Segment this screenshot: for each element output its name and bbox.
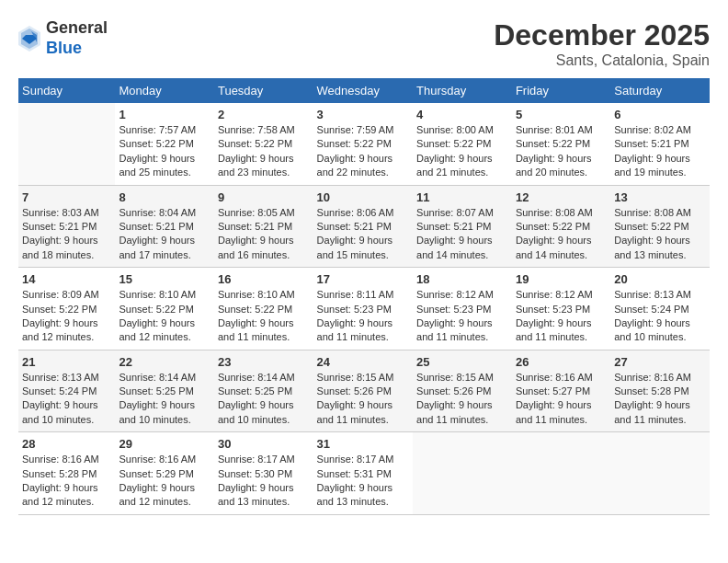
- day-number: 26: [516, 355, 607, 369]
- calendar-cell: 22Sunrise: 8:14 AM Sunset: 5:25 PM Dayli…: [115, 350, 213, 432]
- weekday-header: Thursday: [413, 78, 512, 103]
- day-info: Sunrise: 8:13 AM Sunset: 5:24 PM Dayligh…: [22, 371, 111, 428]
- day-number: 19: [516, 272, 607, 286]
- day-number: 28: [22, 437, 111, 451]
- day-info: Sunrise: 8:12 AM Sunset: 5:23 PM Dayligh…: [516, 288, 607, 345]
- calendar-body: 1Sunrise: 7:57 AM Sunset: 5:22 PM Daylig…: [18, 103, 710, 514]
- calendar-cell: 31Sunrise: 8:17 AM Sunset: 5:31 PM Dayli…: [313, 432, 413, 515]
- calendar-header-row: SundayMondayTuesdayWednesdayThursdayFrid…: [18, 78, 710, 103]
- logo: General Blue: [18, 18, 108, 58]
- calendar-cell: 3Sunrise: 7:59 AM Sunset: 5:22 PM Daylig…: [313, 103, 413, 185]
- calendar-cell: 2Sunrise: 7:58 AM Sunset: 5:22 PM Daylig…: [214, 103, 313, 185]
- day-info: Sunrise: 8:01 AM Sunset: 5:22 PM Dayligh…: [516, 123, 607, 180]
- weekday-header: Monday: [115, 78, 213, 103]
- day-info: Sunrise: 8:03 AM Sunset: 5:21 PM Dayligh…: [22, 206, 111, 263]
- day-info: Sunrise: 8:16 AM Sunset: 5:28 PM Dayligh…: [614, 371, 706, 428]
- day-info: Sunrise: 7:58 AM Sunset: 5:22 PM Dayligh…: [218, 123, 310, 180]
- calendar-cell: 5Sunrise: 8:01 AM Sunset: 5:22 PM Daylig…: [512, 103, 610, 185]
- day-info: Sunrise: 8:05 AM Sunset: 5:21 PM Dayligh…: [218, 206, 310, 263]
- day-info: Sunrise: 8:08 AM Sunset: 5:22 PM Dayligh…: [516, 206, 607, 263]
- calendar-cell: 16Sunrise: 8:10 AM Sunset: 5:22 PM Dayli…: [214, 268, 313, 350]
- day-info: Sunrise: 8:02 AM Sunset: 5:21 PM Dayligh…: [614, 123, 706, 180]
- calendar-cell: 8Sunrise: 8:04 AM Sunset: 5:21 PM Daylig…: [115, 185, 213, 268]
- day-info: Sunrise: 8:10 AM Sunset: 5:22 PM Dayligh…: [119, 288, 210, 345]
- title-area: December 2025 Sants, Catalonia, Spain: [494, 18, 710, 69]
- logo-general: General: [46, 18, 108, 37]
- calendar-cell: 19Sunrise: 8:12 AM Sunset: 5:23 PM Dayli…: [512, 268, 610, 350]
- calendar-cell: 30Sunrise: 8:17 AM Sunset: 5:30 PM Dayli…: [214, 432, 313, 515]
- day-number: 31: [317, 437, 409, 451]
- calendar-week-row: 21Sunrise: 8:13 AM Sunset: 5:24 PM Dayli…: [18, 350, 710, 432]
- calendar-cell: 15Sunrise: 8:10 AM Sunset: 5:22 PM Dayli…: [115, 268, 213, 350]
- day-number: 23: [218, 355, 310, 369]
- day-info: Sunrise: 8:14 AM Sunset: 5:25 PM Dayligh…: [119, 371, 210, 428]
- day-info: Sunrise: 8:08 AM Sunset: 5:22 PM Dayligh…: [614, 206, 706, 263]
- day-info: Sunrise: 8:13 AM Sunset: 5:24 PM Dayligh…: [614, 288, 706, 345]
- calendar-cell: [413, 432, 512, 515]
- day-info: Sunrise: 8:17 AM Sunset: 5:30 PM Dayligh…: [218, 453, 310, 510]
- calendar-cell: 9Sunrise: 8:05 AM Sunset: 5:21 PM Daylig…: [214, 185, 313, 268]
- calendar-week-row: 28Sunrise: 8:16 AM Sunset: 5:28 PM Dayli…: [18, 432, 710, 515]
- day-number: 20: [614, 272, 706, 286]
- day-number: 29: [119, 437, 210, 451]
- weekday-header: Saturday: [610, 78, 710, 103]
- day-number: 8: [119, 190, 210, 204]
- month-title: December 2025: [494, 18, 710, 52]
- day-number: 22: [119, 355, 210, 369]
- day-number: 10: [317, 190, 409, 204]
- calendar-cell: 11Sunrise: 8:07 AM Sunset: 5:21 PM Dayli…: [413, 185, 512, 268]
- calendar-week-row: 7Sunrise: 8:03 AM Sunset: 5:21 PM Daylig…: [18, 185, 710, 268]
- weekday-header: Tuesday: [214, 78, 313, 103]
- calendar-week-row: 1Sunrise: 7:57 AM Sunset: 5:22 PM Daylig…: [18, 103, 710, 185]
- day-info: Sunrise: 8:15 AM Sunset: 5:26 PM Dayligh…: [416, 371, 508, 428]
- day-number: 6: [614, 108, 706, 121]
- calendar-cell: 26Sunrise: 8:16 AM Sunset: 5:27 PM Dayli…: [512, 350, 610, 432]
- day-number: 2: [218, 108, 310, 121]
- day-info: Sunrise: 8:17 AM Sunset: 5:31 PM Dayligh…: [317, 453, 409, 510]
- day-number: 24: [317, 355, 409, 369]
- day-info: Sunrise: 8:15 AM Sunset: 5:26 PM Dayligh…: [317, 371, 409, 428]
- day-info: Sunrise: 8:00 AM Sunset: 5:22 PM Dayligh…: [416, 123, 508, 180]
- calendar-cell: 20Sunrise: 8:13 AM Sunset: 5:24 PM Dayli…: [610, 268, 710, 350]
- weekday-header: Wednesday: [313, 78, 413, 103]
- weekday-header: Friday: [512, 78, 610, 103]
- day-number: 3: [317, 108, 409, 121]
- calendar-cell: 4Sunrise: 8:00 AM Sunset: 5:22 PM Daylig…: [413, 103, 512, 185]
- day-number: 5: [516, 108, 607, 121]
- calendar-cell: 27Sunrise: 8:16 AM Sunset: 5:28 PM Dayli…: [610, 350, 710, 432]
- calendar-cell: 25Sunrise: 8:15 AM Sunset: 5:26 PM Dayli…: [413, 350, 512, 432]
- calendar-cell: 14Sunrise: 8:09 AM Sunset: 5:22 PM Dayli…: [18, 268, 115, 350]
- day-info: Sunrise: 8:16 AM Sunset: 5:29 PM Dayligh…: [119, 453, 210, 510]
- day-number: 11: [416, 190, 508, 204]
- weekday-header: Sunday: [18, 78, 115, 103]
- day-number: 21: [22, 355, 111, 369]
- logo-blue: Blue: [46, 39, 82, 57]
- day-info: Sunrise: 8:09 AM Sunset: 5:22 PM Dayligh…: [22, 288, 111, 345]
- calendar-cell: [18, 103, 115, 185]
- calendar-cell: 6Sunrise: 8:02 AM Sunset: 5:21 PM Daylig…: [610, 103, 710, 185]
- calendar-cell: 13Sunrise: 8:08 AM Sunset: 5:22 PM Dayli…: [610, 185, 710, 268]
- calendar-cell: 17Sunrise: 8:11 AM Sunset: 5:23 PM Dayli…: [313, 268, 413, 350]
- day-info: Sunrise: 8:11 AM Sunset: 5:23 PM Dayligh…: [317, 288, 409, 345]
- day-info: Sunrise: 8:06 AM Sunset: 5:21 PM Dayligh…: [317, 206, 409, 263]
- day-info: Sunrise: 8:16 AM Sunset: 5:28 PM Dayligh…: [22, 453, 111, 510]
- calendar-cell: 24Sunrise: 8:15 AM Sunset: 5:26 PM Dayli…: [313, 350, 413, 432]
- calendar-cell: 18Sunrise: 8:12 AM Sunset: 5:23 PM Dayli…: [413, 268, 512, 350]
- page-header: General Blue December 2025 Sants, Catalo…: [18, 18, 710, 69]
- day-number: 13: [614, 190, 706, 204]
- day-number: 4: [416, 108, 508, 121]
- calendar-week-row: 14Sunrise: 8:09 AM Sunset: 5:22 PM Dayli…: [18, 268, 710, 350]
- day-number: 17: [317, 272, 409, 286]
- day-number: 9: [218, 190, 310, 204]
- logo-text: General Blue: [46, 18, 108, 58]
- calendar-cell: 29Sunrise: 8:16 AM Sunset: 5:29 PM Dayli…: [115, 432, 213, 515]
- day-info: Sunrise: 7:59 AM Sunset: 5:22 PM Dayligh…: [317, 123, 409, 180]
- calendar-cell: 1Sunrise: 7:57 AM Sunset: 5:22 PM Daylig…: [115, 103, 213, 185]
- logo-icon: [18, 26, 40, 52]
- calendar-cell: 10Sunrise: 8:06 AM Sunset: 5:21 PM Dayli…: [313, 185, 413, 268]
- day-number: 30: [218, 437, 310, 451]
- day-number: 14: [22, 272, 111, 286]
- day-info: Sunrise: 8:07 AM Sunset: 5:21 PM Dayligh…: [416, 206, 508, 263]
- day-number: 1: [119, 108, 210, 121]
- calendar-cell: [610, 432, 710, 515]
